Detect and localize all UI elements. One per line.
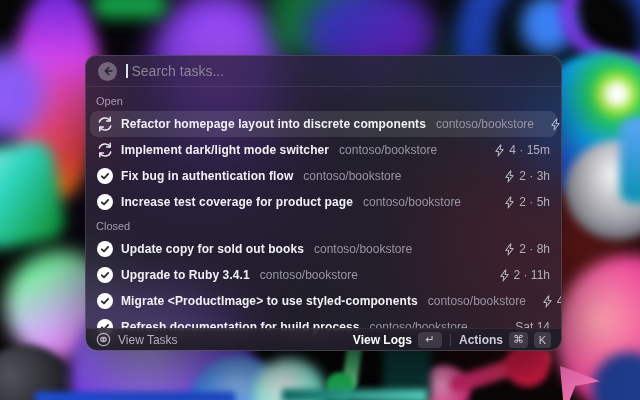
task-row[interactable]: Fix bug in authentication flow contoso/b… (90, 163, 557, 189)
task-title: Fix bug in authentication flow (121, 169, 293, 183)
section-header: Closed (90, 215, 557, 236)
task-palette-window: Open Refactor homepage layout into discr… (85, 55, 562, 351)
task-title: Upgrade to Ruby 3.4.1 (121, 268, 250, 282)
task-title: Refactor homepage layout into discrete c… (121, 117, 426, 131)
task-row[interactable]: Increase test coverage for product page … (90, 189, 557, 215)
actions-button[interactable]: Actions ⌘ K (459, 332, 551, 348)
back-arrow-icon (102, 65, 114, 77)
task-title: Implement dark/light mode switcher (121, 143, 329, 157)
footer-bar: View Tasks View Logs ↵ Actions ⌘ K (86, 328, 561, 350)
actions-label: Actions (459, 333, 503, 347)
task-meta: 2 · 5h (519, 195, 550, 209)
task-row[interactable]: Implement dark/light mode switcher conto… (90, 137, 557, 163)
bolt-icon (504, 243, 515, 256)
bolt-icon (504, 170, 515, 183)
task-title: Update copy for sold out books (121, 242, 304, 256)
check-circle-icon (97, 194, 113, 210)
task-meta: 2 · 11h (514, 268, 550, 282)
view-tasks-indicator: View Tasks (96, 332, 178, 347)
bg-shape (620, 118, 640, 203)
command-key-icon: ⌘ (509, 332, 528, 348)
view-logs-label: View Logs (353, 333, 412, 347)
task-row[interactable]: Upgrade to Ruby 3.4.1 contoso/bookstore … (90, 262, 557, 288)
check-circle-icon (97, 241, 113, 257)
task-title: Increase test coverage for product page (121, 195, 353, 209)
task-row[interactable]: Update copy for sold out books contoso/b… (90, 236, 557, 262)
task-meta: 4 · Sun 15 (557, 294, 561, 308)
check-circle-icon (97, 168, 113, 184)
text-caret (126, 64, 128, 78)
search-bar (86, 56, 561, 86)
task-title: Migrate <ProductImage> to use styled-com… (121, 294, 418, 308)
view-logs-button[interactable]: View Logs ↵ (353, 332, 442, 348)
bg-shape (92, 0, 167, 18)
task-meta: 2 · 8h (519, 242, 550, 256)
task-repo: contoso/bookstore (303, 169, 401, 183)
enter-key-icon: ↵ (418, 332, 442, 348)
bolt-icon (494, 144, 505, 157)
footer-actions: View Logs ↵ Actions ⌘ K (353, 332, 551, 348)
task-row[interactable]: Migrate <ProductImage> to use styled-com… (90, 288, 557, 314)
task-list: Open Refactor homepage layout into discr… (86, 87, 561, 350)
sync-spinner-icon (97, 142, 113, 158)
task-repo: contoso/bookstore (363, 195, 461, 209)
task-meta: 4 · 15m (509, 143, 550, 157)
k-key-icon: K (534, 332, 551, 348)
bolt-icon (542, 295, 553, 308)
bolt-icon (550, 118, 561, 131)
bg-shape (282, 389, 427, 400)
task-repo: contoso/bookstore (260, 268, 358, 282)
search-input[interactable] (132, 63, 550, 79)
sync-spinner-icon (97, 116, 113, 132)
task-repo: contoso/bookstore (428, 294, 526, 308)
copilot-icon (96, 332, 111, 347)
check-circle-icon (97, 293, 113, 309)
task-repo: contoso/bookstore (436, 117, 534, 131)
bg-shape (35, 392, 235, 400)
section-header: Open (90, 90, 557, 111)
task-repo: contoso/bookstore (339, 143, 437, 157)
task-row[interactable]: Refactor homepage layout into discrete c… (90, 111, 557, 137)
back-button[interactable] (98, 62, 117, 81)
bolt-icon (504, 196, 515, 209)
divider (450, 334, 451, 346)
task-repo: contoso/bookstore (314, 242, 412, 256)
check-circle-icon (97, 267, 113, 283)
view-tasks-label: View Tasks (118, 333, 178, 347)
desktop: Open Refactor homepage layout into discr… (0, 0, 640, 400)
task-meta: 2 · 3h (519, 169, 550, 183)
bolt-icon (499, 269, 510, 282)
